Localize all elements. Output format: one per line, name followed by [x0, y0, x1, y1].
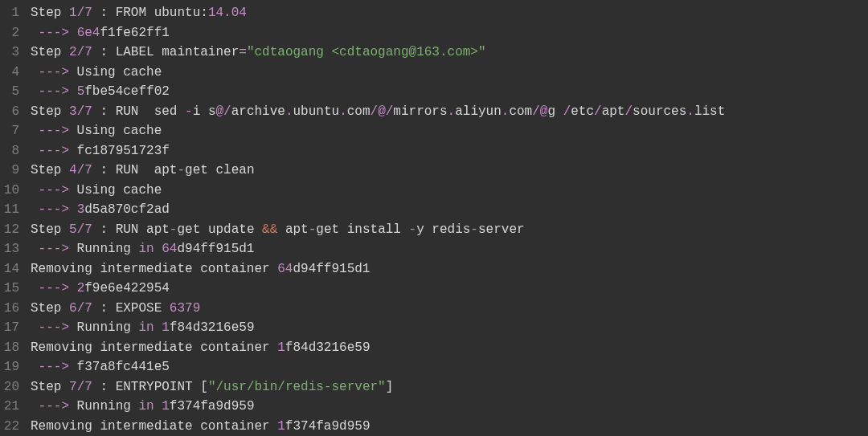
code-token: 7 — [84, 301, 92, 316]
code-token: /@/ — [371, 104, 394, 119]
code-line: Step 1/7 : FROM ubuntu:14.04 — [31, 3, 868, 23]
code-token — [69, 281, 77, 295]
code-token — [31, 183, 39, 198]
code-token — [31, 320, 39, 335]
code-token: 7 — [84, 6, 92, 20]
line-number: 8 — [3, 141, 19, 161]
code-token: && — [262, 222, 277, 237]
code-line: ---> Using cache — [31, 181, 868, 201]
code-token: / — [77, 163, 85, 177]
code-token: 2 — [69, 45, 77, 59]
code-token: / — [624, 104, 633, 119]
code-line: ---> Using cache — [31, 121, 868, 141]
code-token: 64 — [277, 262, 293, 276]
code-token: Step — [31, 45, 69, 59]
code-token: - — [409, 222, 417, 237]
code-token: 6e4 — [77, 26, 100, 40]
code-token: 7 — [84, 45, 92, 59]
code-token: 7 — [84, 104, 92, 119]
code-token: Removing intermediate container — [31, 340, 277, 355]
code-token: f374fa9d959 — [170, 399, 255, 414]
code-token — [31, 26, 39, 40]
code-token: ubuntu — [293, 104, 340, 119]
line-number: 13 — [3, 239, 19, 259]
line-number-gutter: 12345678910111213141516171819202122 — [0, 0, 27, 436]
code-token — [69, 26, 77, 40]
line-number: 21 — [3, 397, 19, 417]
line-number: 4 — [3, 63, 19, 83]
code-token — [31, 202, 39, 217]
code-token: : RUN apt — [92, 222, 170, 237]
code-token — [154, 242, 162, 256]
code-token — [154, 320, 162, 335]
code-token: f37a8fc441e5 — [69, 360, 170, 374]
code-token: . — [686, 104, 694, 119]
code-token: ---> — [39, 26, 69, 40]
code-token: 2 — [77, 281, 85, 295]
line-number: 10 — [3, 181, 19, 201]
code-line: Removing intermediate container 64d94ff9… — [31, 259, 868, 279]
code-token: d94ff915d1 — [293, 262, 370, 276]
code-token: d94ff915d1 — [177, 242, 254, 256]
code-token: / — [77, 380, 85, 394]
code-token: Running — [69, 242, 138, 256]
code-token: / — [77, 222, 85, 237]
code-token: i s — [193, 104, 216, 119]
code-token: Removing intermediate container — [31, 262, 277, 276]
code-token: ---> — [39, 320, 69, 335]
code-token: / — [594, 104, 602, 119]
code-token: aliyun — [455, 104, 502, 119]
code-line: ---> 6e4f1fe62ff1 — [31, 23, 868, 43]
code-token: get install — [316, 222, 408, 237]
code-token — [31, 360, 39, 374]
code-token: : EXPOSE — [92, 301, 170, 316]
code-line: Removing intermediate container 1f374fa9… — [31, 417, 868, 437]
code-token: @/ — [215, 104, 231, 119]
code-token: server — [478, 222, 525, 237]
code-token: fc187951723f — [69, 144, 170, 158]
code-token: / — [77, 104, 85, 119]
code-token — [31, 84, 39, 99]
code-token — [154, 399, 162, 414]
code-token: 7 — [84, 222, 92, 237]
code-token: "cdtaogang <cdtaogang@163.com>" — [247, 45, 486, 59]
code-token: - — [185, 104, 193, 119]
code-token: = — [239, 45, 247, 59]
code-line: ---> Using cache — [31, 63, 868, 83]
code-line: ---> 5fbe54ceff02 — [31, 82, 868, 102]
code-token: 5 — [77, 84, 85, 99]
code-token: in — [138, 399, 154, 414]
code-token: ---> — [39, 124, 69, 138]
line-number: 20 — [3, 377, 19, 397]
line-number: 17 — [3, 318, 19, 338]
code-token: : ENTRYPOINT — [92, 380, 200, 394]
code-token — [31, 281, 39, 295]
code-token: ---> — [39, 242, 69, 256]
code-token — [31, 399, 39, 414]
code-token: Step — [31, 380, 69, 394]
code-token: - — [470, 222, 478, 237]
code-line: Step 5/7 : RUN apt-get update && apt-get… — [31, 220, 868, 240]
code-token — [31, 65, 39, 79]
line-number: 16 — [3, 299, 19, 319]
code-token: archive — [231, 104, 285, 119]
code-line: ---> Running in 1f84d3216e59 — [31, 318, 868, 338]
code-token: ---> — [39, 65, 69, 79]
code-token: f374fa9d959 — [285, 419, 371, 434]
code-token: list — [694, 104, 725, 119]
code-line: Step 3/7 : RUN sed -i s@/archive.ubuntu.… — [31, 102, 868, 122]
code-token: Step — [31, 6, 69, 20]
code-token: ] — [386, 380, 394, 394]
code-token: / — [77, 45, 85, 59]
code-token: Step — [31, 301, 69, 316]
code-token: / — [77, 301, 85, 316]
code-line: ---> fc187951723f — [31, 141, 868, 161]
code-token: 4 — [69, 163, 77, 177]
code-token: ---> — [39, 399, 69, 414]
code-line: Step 7/7 : ENTRYPOINT ["/usr/bin/redis-s… — [31, 377, 868, 397]
code-token: . — [285, 104, 293, 119]
code-token: ---> — [39, 202, 69, 217]
code-content[interactable]: Step 1/7 : FROM ubuntu:14.04 ---> 6e4f1f… — [27, 0, 868, 436]
code-token: d5a870cf2ad — [84, 202, 170, 217]
code-token: 1 — [277, 419, 285, 434]
